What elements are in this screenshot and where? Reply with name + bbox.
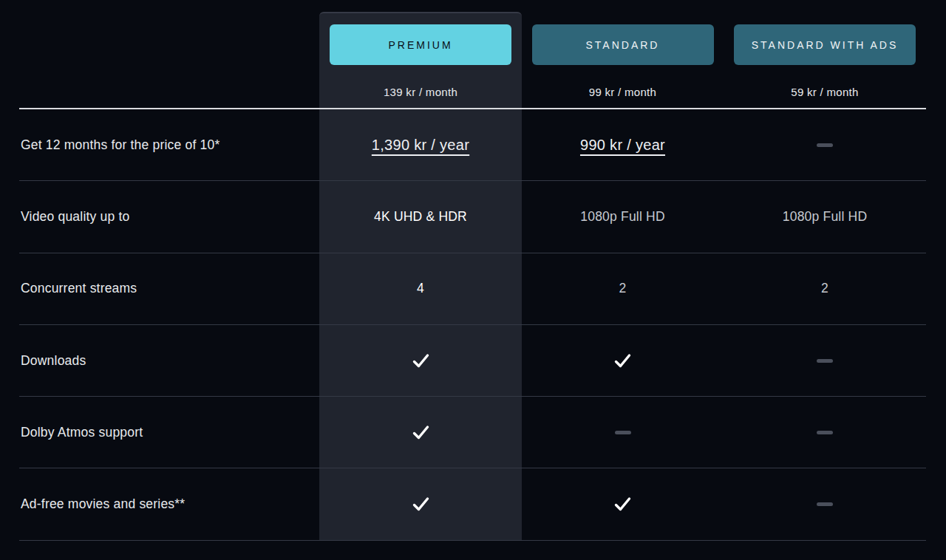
plan-value-cell (724, 359, 926, 363)
plan-comparison-table: PREMIUM 139 kr / month STANDARD 99 kr / … (19, 0, 926, 541)
standard-with-ads-plan-button[interactable]: STANDARD WITH ADS (734, 24, 916, 65)
table-row: Get 12 months for the price of 10*1,390 … (19, 109, 926, 181)
plan-value-cell (522, 494, 724, 514)
plan-value-cell (319, 423, 522, 443)
feature-value: 4K UHD & HDR (374, 209, 467, 225)
not-included-dash-icon (817, 431, 833, 434)
check-icon (411, 494, 431, 514)
feature-value: 4 (417, 281, 424, 296)
plan-value-cell: 4K UHD & HDR (319, 209, 522, 225)
plan-value-cell: 1080p Full HD (724, 209, 926, 225)
check-icon (411, 351, 431, 371)
plan-value-cell (522, 351, 724, 371)
check-icon (613, 351, 633, 371)
feature-label: Downloads (19, 353, 319, 369)
table-row: Dolby Atmos support (19, 397, 926, 468)
annual-price-link[interactable]: 990 kr / year (580, 137, 665, 154)
plan-value-cell (724, 502, 926, 506)
plan-column-standard-with-ads: STANDARD WITH ADS 59 kr / month (724, 0, 926, 98)
plan-value-cell: 2 (724, 281, 926, 296)
plan-value-cell: 1,390 kr / year (319, 137, 522, 154)
annual-price-link[interactable]: 1,390 kr / year (372, 137, 469, 154)
plan-value-cell: 2 (522, 281, 724, 296)
feature-label: Dolby Atmos support (19, 425, 319, 440)
feature-rows: Get 12 months for the price of 10*1,390 … (19, 109, 926, 541)
premium-monthly-price: 139 kr / month (384, 86, 457, 98)
table-row: Ad-free movies and series** (19, 468, 926, 540)
feature-label: Video quality up to (19, 209, 319, 225)
feature-value: 1080p Full HD (783, 209, 867, 225)
plan-value-cell (724, 143, 926, 147)
feature-value: 2 (821, 281, 828, 296)
plan-column-premium: PREMIUM 139 kr / month (319, 0, 522, 98)
plan-value-cell: 990 kr / year (522, 137, 724, 154)
standard-monthly-price: 99 kr / month (589, 86, 656, 98)
plan-comparison-page: PREMIUM 139 kr / month STANDARD 99 kr / … (0, 0, 946, 560)
not-included-dash-icon (615, 431, 631, 434)
plan-column-standard: STANDARD 99 kr / month (522, 0, 724, 98)
feature-label: Get 12 months for the price of 10* (19, 137, 319, 153)
feature-value: 1080p Full HD (580, 209, 664, 225)
table-row: Concurrent streams422 (19, 253, 926, 325)
feature-value: 2 (619, 281, 627, 296)
table-row: Video quality up to4K UHD & HDR1080p Ful… (19, 181, 926, 253)
standard-plan-button[interactable]: STANDARD (532, 24, 714, 65)
feature-label: Ad-free movies and series** (19, 496, 319, 512)
feature-label: Concurrent streams (19, 281, 319, 296)
not-included-dash-icon (817, 143, 833, 147)
not-included-dash-icon (817, 359, 833, 363)
table-row: Downloads (19, 325, 926, 397)
not-included-dash-icon (817, 502, 833, 506)
check-icon (613, 494, 633, 514)
plan-value-cell (724, 431, 926, 434)
check-icon (411, 423, 431, 443)
plan-value-cell: 1080p Full HD (522, 209, 724, 225)
plan-value-cell (319, 494, 522, 514)
plans-header-row: PREMIUM 139 kr / month STANDARD 99 kr / … (19, 0, 926, 109)
plan-value-cell: 4 (319, 281, 522, 296)
standard-with-ads-monthly-price: 59 kr / month (791, 86, 858, 98)
plan-value-cell (319, 351, 522, 371)
premium-plan-button[interactable]: PREMIUM (330, 24, 511, 65)
plan-value-cell (522, 431, 724, 434)
